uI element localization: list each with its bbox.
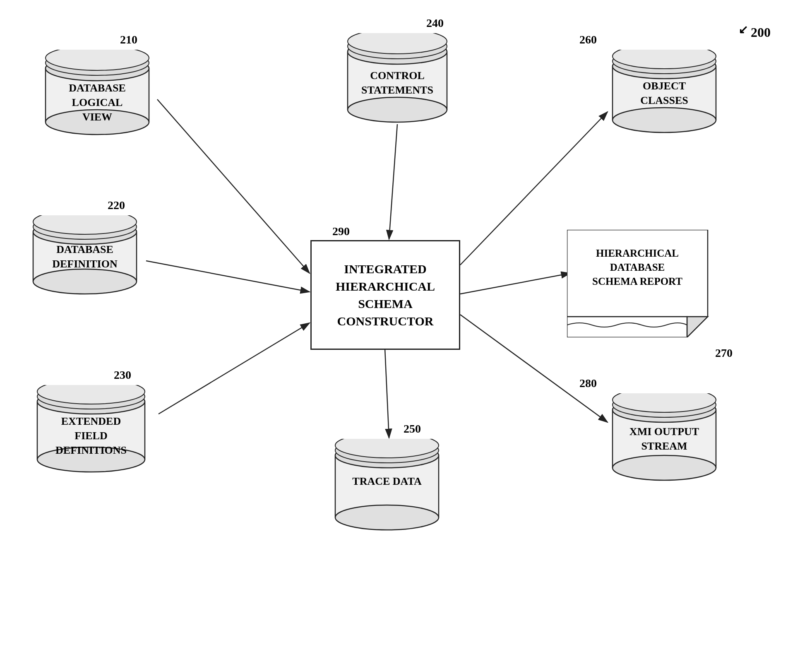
ref-230: 230 xyxy=(114,368,131,382)
figure-arrow: ↙ xyxy=(738,23,748,36)
line-extended-to-center xyxy=(159,323,310,414)
cylinder-database-definition: 220 DATABASEDEFINITION xyxy=(29,215,141,298)
label-object-classes: OBJECTCLASSES xyxy=(608,79,720,108)
diagram-container: 200 ↙ xyxy=(0,0,812,669)
cylinder-trace-data: 250 TRACE DATA xyxy=(331,439,443,534)
line-dbdef-to-center xyxy=(146,261,310,292)
ref-280: 280 xyxy=(579,377,597,390)
ref-220: 220 xyxy=(108,199,125,212)
label-database-definition: DATABASEDEFINITION xyxy=(29,242,141,271)
svg-point-36 xyxy=(335,505,439,530)
cylinder-extended-field-definitions: 230 EXTENDEDFIELDDEFINITIONS xyxy=(33,385,149,476)
ref-210: 210 xyxy=(120,33,137,46)
label-xmi-output-stream: XMI OUTPUTSTREAM xyxy=(608,424,720,453)
center-ref: 290 xyxy=(332,225,350,238)
svg-point-43 xyxy=(613,108,716,132)
report-box: 270 HIERARCHICALDATABASESCHEMA REPORT xyxy=(567,230,724,339)
line-center-to-report xyxy=(460,273,570,294)
ref-270: 270 xyxy=(715,347,733,360)
svg-marker-52 xyxy=(687,317,708,337)
label-control-statements: CONTROLSTATEMENTS xyxy=(344,68,451,97)
cylinder-control-statements: 240 CONTROLSTATEMENTS xyxy=(344,33,451,124)
center-box: INTEGRATEDHIERARCHICALSCHEMACONSTRUCTOR … xyxy=(310,240,460,350)
svg-point-22 xyxy=(33,269,137,294)
ref-240: 240 xyxy=(426,17,444,30)
label-database-logical-view: DATABASELOGICALVIEW xyxy=(41,81,153,124)
line-center-to-tracedata xyxy=(385,349,389,438)
svg-point-8 xyxy=(348,97,447,122)
label-extended-field-definitions: EXTENDEDFIELDDEFINITIONS xyxy=(33,414,149,457)
ref-250: 250 xyxy=(404,422,421,436)
cylinder-object-classes: 260 OBJECTCLASSES xyxy=(608,50,720,137)
label-hierarchical-db-schema-report: HIERARCHICALDATABASESCHEMA REPORT xyxy=(567,246,708,288)
line-dblogical-to-center xyxy=(157,99,310,273)
line-control-to-center xyxy=(389,124,397,239)
figure-number: 200 xyxy=(751,25,771,40)
label-trace-data: TRACE DATA xyxy=(331,474,443,489)
ref-260: 260 xyxy=(579,33,597,46)
cylinder-xmi-output-stream: 280 XMI OUTPUTSTREAM xyxy=(608,393,720,484)
svg-marker-53 xyxy=(567,317,687,337)
svg-point-50 xyxy=(613,455,716,480)
center-box-label: INTEGRATEDHIERARCHICALSCHEMACONSTRUCTOR xyxy=(336,260,435,330)
cylinder-database-logical-view: 210 DATABASELOGICALVIEW xyxy=(41,50,153,141)
